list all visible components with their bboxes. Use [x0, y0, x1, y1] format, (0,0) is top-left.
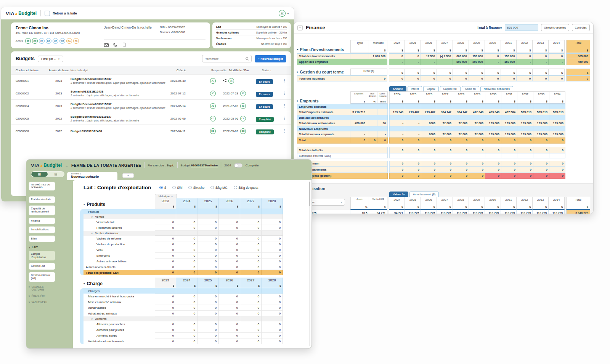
scenario-tab[interactable]: Scénario 1 Nouveau scénario [67, 172, 117, 180]
value-cell[interactable]: 0 [176, 305, 197, 311]
unit-radio-$kgMG[interactable]: $/kg MG [210, 186, 227, 190]
value-cell[interactable]: 0 [240, 299, 262, 305]
value-cell[interactable]: 0 [219, 241, 240, 247]
responsible-avatar[interactable]: JC [210, 91, 216, 96]
modified-by-avatar[interactable]: JC [228, 78, 234, 84]
access-avatar[interactable]: KF [53, 38, 58, 44]
value-cell[interactable]: 0 [155, 247, 176, 253]
value-cell[interactable]: 0 [262, 333, 283, 338]
value-cell[interactable]: 0 [176, 311, 197, 316]
responsible-avatar[interactable]: JC [210, 78, 216, 84]
column-header[interactable]: Contrat et facture [16, 69, 47, 72]
access-avatar[interactable]: CC [32, 38, 38, 44]
add-scenario-button[interactable]: + [122, 173, 134, 178]
value-cell[interactable]: 0 [262, 241, 283, 247]
value-cell[interactable]: 0 [262, 264, 283, 270]
new-budget-button[interactable]: + Nouveau budget [255, 55, 286, 62]
responsible-avatar[interactable]: CC [210, 116, 216, 121]
search-icon[interactable] [246, 55, 249, 62]
emprunts-tab[interactable]: Intérêt [408, 86, 422, 91]
value-cell[interactable]: 0 [197, 236, 219, 241]
value-cell[interactable]: 0 [219, 219, 240, 225]
sidebar-item-capacit-de-remboursement[interactable]: Capacité de remboursement [29, 205, 55, 216]
value-cell[interactable]: 0 [240, 236, 262, 241]
chevron-down-icon[interactable]: ∨ [91, 232, 93, 235]
access-avatar[interactable]: BD [46, 38, 51, 44]
emprunts-tab[interactable]: Solde fin [462, 86, 479, 91]
value-cell[interactable]: 0 [155, 225, 176, 231]
value-cell[interactable]: 0 [197, 225, 219, 231]
access-avatar[interactable]: FA [39, 38, 45, 44]
value-cell[interactable]: 0 [219, 338, 240, 344]
value-cell[interactable]: 0 [262, 253, 283, 259]
modified-by-avatar[interactable]: JC [240, 91, 246, 96]
value-cell[interactable]: 0 [155, 299, 176, 305]
value-cell[interactable]: 0 [176, 299, 197, 305]
sidebar-item-compte-d-exploitation[interactable]: Compte d'exploitation [29, 251, 55, 261]
responsible-avatar[interactable]: CC [210, 128, 216, 134]
value-cell[interactable]: 0 [176, 294, 197, 299]
column-header[interactable]: Crée le [177, 69, 209, 72]
sidebar-item-gestion-animaux-lait-[interactable]: Gestion animaux (lait) [29, 272, 55, 282]
report-view-icon[interactable]: ▤ [48, 172, 64, 177]
access-avatar[interactable]: DA [66, 38, 72, 44]
value-cell[interactable]: 0 [197, 338, 219, 344]
value-cell[interactable]: 0 [197, 311, 219, 316]
modified-by-avatar[interactable]: CC [240, 128, 246, 134]
sidebar-group-érabli-re[interactable]: >ÉRABLIÈRE [29, 295, 55, 298]
sidebar-item-finance[interactable]: Finance [29, 217, 55, 224]
value-cell[interactable]: 0 [176, 338, 197, 344]
value-cell[interactable]: 0 [176, 219, 197, 225]
value-cell[interactable]: 0 [197, 253, 219, 259]
column-header[interactable]: Nom du budget [71, 69, 177, 72]
responsible-avatar[interactable]: JC [210, 103, 216, 109]
value-cell[interactable]: 0 [155, 219, 176, 225]
sidebar-item-immobilisations[interactable]: Immobilisations [29, 226, 55, 233]
column-header[interactable]: Responsable [209, 69, 229, 72]
value-cell[interactable]: 0 [219, 253, 240, 259]
value-cell[interactable]: 0 [155, 253, 176, 259]
budget-row[interactable]: 020600042023BudgitelScenario03333153373 … [11, 99, 291, 112]
controles-button[interactable]: Contrôles [572, 24, 590, 31]
section-collapse-icon[interactable]: ▾ [83, 282, 85, 285]
value-cell[interactable]: 0 [240, 327, 262, 333]
value-cell[interactable]: 0 [197, 259, 219, 264]
budget-row[interactable]: 020600052022BudgitelScenario03333153372 … [11, 112, 291, 125]
search-input[interactable] [205, 57, 246, 61]
share-icon[interactable] [223, 79, 226, 83]
chevron-down-icon[interactable]: ▼ [287, 12, 289, 15]
value-cell[interactable]: 0 [262, 259, 283, 264]
access-avatar[interactable]: WR [59, 38, 65, 44]
value-cell[interactable]: 0 [240, 241, 262, 247]
immobilisation-tab[interactable]: Valeur fin [389, 192, 408, 197]
chevron-down-icon[interactable]: ∨ [91, 216, 93, 218]
value-cell[interactable]: 0 [262, 327, 283, 333]
value-cell[interactable]: 0 [155, 305, 176, 311]
filter-by-dropdown[interactable]: Filtrer par ... ∨ [38, 56, 63, 62]
value-cell[interactable]: 0 [240, 253, 262, 259]
emprunts-tab[interactable]: Annuité [389, 86, 406, 91]
value-cell[interactable]: 0 [176, 247, 197, 253]
chevron-down-icon[interactable]: ∨ [91, 318, 93, 320]
sidebar-item-etat-des-r-sultats[interactable]: Etat des résultats [29, 196, 55, 203]
budget-row[interactable]: 020600022023Scenario033331B124382 scénar… [11, 87, 291, 99]
value-cell[interactable]: 0 [262, 247, 283, 253]
value-cell[interactable]: 0 [155, 327, 176, 333]
value-cell[interactable]: 0 [219, 236, 240, 241]
value-cell[interactable]: 0 [262, 225, 283, 231]
user-avatar[interactable]: JC [279, 10, 286, 17]
value-cell[interactable]: 0 [262, 321, 283, 327]
value-cell[interactable]: 0 [155, 294, 176, 299]
value-cell[interactable]: 0 [219, 294, 240, 299]
budget-row[interactable]: 020600082022Budget 033331B124382022-04-1… [11, 125, 291, 137]
value-cell[interactable]: 0 [262, 299, 283, 305]
emprunts-tab[interactable]: Capital réel [440, 86, 461, 91]
value-cell[interactable]: 0 [219, 299, 240, 305]
value-cell[interactable]: 0 [240, 321, 262, 327]
value-cell[interactable]: 0 [197, 299, 219, 305]
value-cell[interactable]: 0 [176, 236, 197, 241]
value-cell[interactable]: 0 [155, 311, 176, 316]
value-cell[interactable]: 0 [240, 219, 262, 225]
value-cell[interactable]: 0 [155, 259, 176, 264]
value-cell[interactable]: 0 [155, 338, 176, 344]
